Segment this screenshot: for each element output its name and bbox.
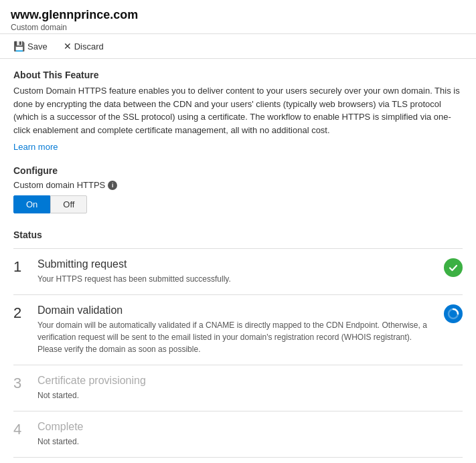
step-2-name: Domain validation — [37, 304, 436, 316]
configure-section: Configure Custom domain HTTPS i On Off — [13, 165, 463, 213]
discard-icon: ✕ — [64, 41, 72, 52]
learn-more-link[interactable]: Learn more — [13, 142, 58, 152]
configure-section-title: Configure — [13, 165, 463, 176]
status-step-2: 2 Domain validation Your domain will be … — [13, 294, 463, 365]
spinner-icon — [444, 304, 463, 323]
save-icon: 💾 — [13, 41, 25, 52]
toggle-on-button[interactable]: On — [13, 195, 50, 213]
step-4-number: 4 — [13, 422, 37, 437]
step-2-icon — [444, 304, 463, 323]
check-circle-icon — [444, 258, 463, 277]
discard-label: Discard — [74, 41, 104, 52]
toolbar: 💾 Save ✕ Discard — [0, 34, 476, 58]
info-icon[interactable]: i — [108, 181, 117, 190]
step-1-desc: Your HTTPS request has been submitted su… — [37, 273, 436, 285]
step-4-content: Complete Not started. — [37, 421, 463, 448]
step-2-desc: Your domain will be automatically valida… — [37, 319, 436, 355]
spinner-svg — [447, 308, 459, 320]
status-step-3: 3 Certificate provisioning Not started. — [13, 365, 463, 411]
status-section-title: Status — [13, 229, 463, 240]
https-toggle: On Off — [13, 195, 80, 213]
save-button[interactable]: 💾 Save — [11, 39, 50, 53]
toggle-off-button[interactable]: Off — [50, 195, 87, 213]
status-step-1: 1 Submitting request Your HTTPS request … — [13, 248, 463, 294]
about-description: Custom Domain HTTPS feature enables you … — [13, 84, 463, 136]
status-step-4: 4 Complete Not started. — [13, 411, 463, 458]
configure-label: Custom domain HTTPS i — [13, 180, 463, 190]
step-4-name: Complete — [37, 421, 463, 433]
discard-button[interactable]: ✕ Discard — [61, 39, 106, 53]
page-subtitle: Custom domain — [11, 23, 465, 32]
about-section-title: About This Feature — [13, 70, 463, 80]
configure-label-text: Custom domain HTTPS — [13, 180, 105, 190]
page-title: www.glennprince.com — [11, 8, 465, 22]
step-1-icon — [444, 258, 463, 277]
status-section: Status 1 Submitting request Your HTTPS r… — [13, 229, 463, 458]
page-header: www.glennprince.com Custom domain — [0, 0, 476, 33]
step-3-number: 3 — [13, 376, 37, 391]
step-1-name: Submitting request — [37, 258, 436, 270]
step-4-desc: Not started. — [37, 436, 439, 448]
step-3-content: Certificate provisioning Not started. — [37, 375, 463, 401]
step-3-name: Certificate provisioning — [37, 375, 463, 387]
step-1-content: Submitting request Your HTTPS request ha… — [37, 258, 436, 285]
main-content: About This Feature Custom Domain HTTPS f… — [0, 59, 476, 463]
save-label: Save — [27, 41, 48, 52]
step-2-number: 2 — [13, 306, 37, 320]
checkmark-svg — [448, 262, 459, 273]
step-2-content: Domain validation Your domain will be au… — [37, 304, 436, 355]
step-3-desc: Not started. — [37, 389, 439, 401]
step-1-number: 1 — [13, 260, 37, 274]
